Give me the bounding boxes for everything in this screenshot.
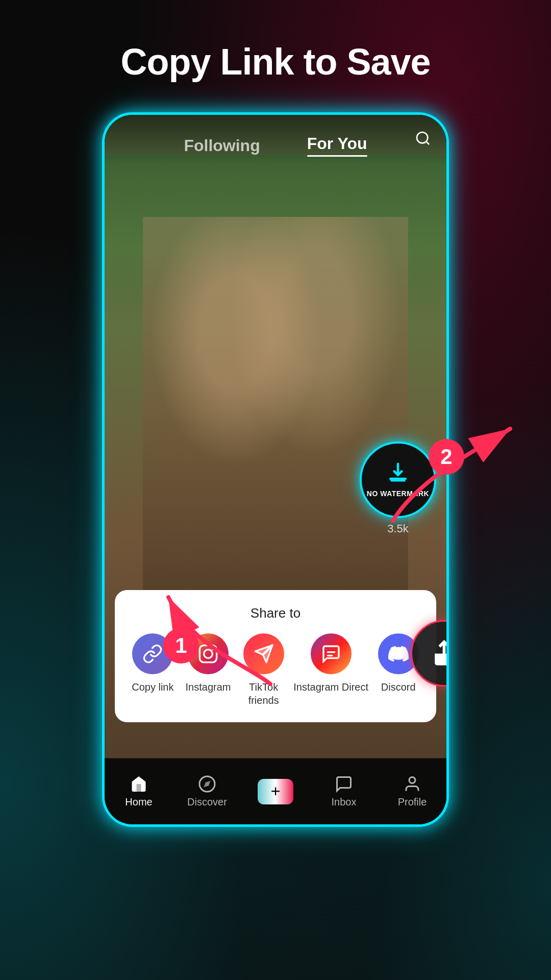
nav-inbox-label: Inbox [332,796,357,808]
svg-point-0 [417,132,428,143]
step-2-badge: 2 [429,439,464,475]
tab-following[interactable]: Following [176,132,268,159]
instagram-direct-label: Instagram Direct [293,680,368,694]
phone-mockup: Following For You NO WATERMARK [102,112,449,827]
instagram-direct-icon [311,633,352,674]
nav-discover-label: Discover [187,796,227,808]
share-item-instagram-direct[interactable]: Instagram Direct [293,633,368,694]
step-1-badge: 1 [163,628,199,664]
nav-home-label: Home [125,796,152,808]
top-navigation: Following For You [105,115,446,166]
nav-create[interactable]: + [250,779,301,804]
nav-home[interactable]: Home [113,775,164,808]
search-icon[interactable] [415,130,431,151]
nav-discover[interactable]: Discover [182,775,233,808]
tab-for-you[interactable]: For You [299,130,375,161]
svg-point-8 [409,777,415,783]
svg-marker-7 [204,781,211,788]
discord-label: Discord [381,680,416,694]
nav-profile[interactable]: Profile [387,775,438,808]
bottom-navigation: Home Discover + Inbox [105,758,446,824]
nav-profile-label: Profile [398,796,427,808]
page-title: Copy Link to Save [0,41,551,83]
nav-inbox[interactable]: Inbox [318,775,369,808]
create-plus-button[interactable]: + [258,779,293,804]
